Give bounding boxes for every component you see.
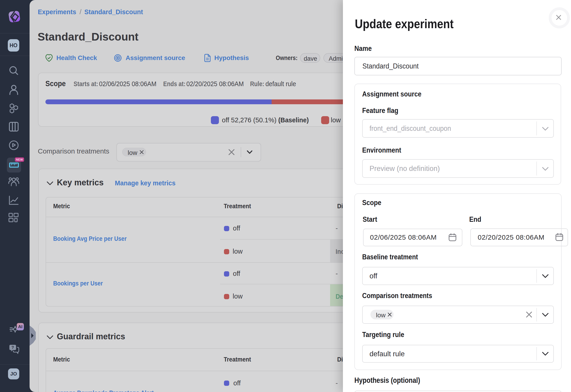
svg-text:?: ? — [12, 345, 14, 350]
